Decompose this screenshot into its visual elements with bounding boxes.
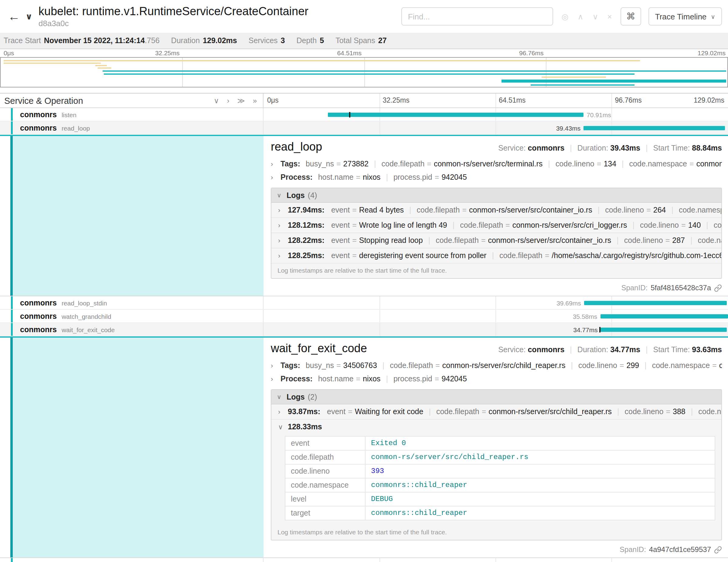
span-duration-label: 35.58ms xyxy=(573,312,597,320)
kv-key: code.filepath xyxy=(382,160,425,168)
minimap-span-line xyxy=(541,77,606,78)
span-timeline-cell[interactable]: 303μs xyxy=(264,558,728,562)
kv-key: code.filepath xyxy=(499,251,543,260)
kv-pair: code.filepath=conmon-rs/server/src/child… xyxy=(436,407,612,416)
kv-pair: code.filepath=conmon-rs/server/src/cri_l… xyxy=(460,221,627,230)
clear-search-icon[interactable]: × xyxy=(607,12,612,21)
service-color-indicator xyxy=(11,121,13,134)
log-field-key: code.lineno xyxy=(285,464,365,478)
kv-key: process.pid xyxy=(393,375,432,383)
collapse-trace-icon[interactable]: ∨ xyxy=(26,12,32,21)
service-name: conmonrs xyxy=(20,124,57,132)
span-timeline-cell[interactable]: 34.77ms xyxy=(264,323,728,336)
span-row[interactable]: conmonrswait_for_exit_code34.77ms xyxy=(0,323,728,336)
span-duration-bar[interactable] xyxy=(600,314,728,318)
span-timeline-cell[interactable]: 39.69ms xyxy=(264,296,728,309)
span-name-cell[interactable]: conmonrslisten xyxy=(0,108,264,121)
tags-row[interactable]: ›Tags:busy_ns=34506763|code.filepath=con… xyxy=(271,359,722,372)
back-button[interactable]: ← xyxy=(5,9,23,23)
kv-key: process.pid xyxy=(393,173,432,182)
summary-label: Depth xyxy=(297,36,317,45)
span-service-label: Service: xyxy=(498,346,528,354)
minimap-tick-label: 129.02ms xyxy=(698,49,726,56)
tags-label: Tags: xyxy=(281,361,300,370)
kv-value: conmon-rs/server/src/child_reaper.rs xyxy=(442,361,566,370)
span-service-value: conmonrs xyxy=(528,346,564,354)
kv-pair: event=Read 4 bytes xyxy=(331,206,404,214)
logs-header[interactable]: ∨Logs(4) xyxy=(271,188,721,203)
span-row[interactable]: conmonrsread_loop_stdin39.69ms xyxy=(0,296,728,310)
span-row[interactable]: conmonrswatch_grandchild35.58ms xyxy=(0,310,728,323)
kv-separator: | xyxy=(428,236,430,245)
log-entry-expanded[interactable]: ∨128.33ms xyxy=(271,420,721,435)
process-row[interactable]: ›Process:host.name=nixos|process.pid=942… xyxy=(271,171,722,184)
focus-result-icon[interactable]: ◎ xyxy=(562,12,569,21)
log-timestamp: 128.12ms: xyxy=(288,221,325,230)
log-entry[interactable]: ›93.87ms:event=Waiting for exit code|cod… xyxy=(271,404,721,420)
span-name-cell[interactable]: conmonrswatch_grandchild xyxy=(0,310,264,322)
kv-value: Stopping read loop xyxy=(359,236,423,245)
span-name-cell[interactable]: conmonrsread_loop_stdin xyxy=(0,296,264,309)
span-name-cell[interactable]: conmonrsread_loop xyxy=(0,121,264,134)
span-name-cell[interactable]: conmonrswrite_exit_path xyxy=(0,558,264,562)
chevron-right-icon: › xyxy=(271,157,276,171)
span-duration-label: Duration: xyxy=(577,144,610,152)
span-id-label: SpanID: xyxy=(620,545,646,554)
span-id-label: SpanID: xyxy=(621,284,648,292)
span-duration-bar[interactable] xyxy=(583,126,725,130)
span-name-cell[interactable]: conmonrswait_for_exit_code xyxy=(0,323,264,336)
minimap-canvas[interactable] xyxy=(0,57,728,87)
chevron-right-icon: › xyxy=(278,203,284,218)
minimap-span-line xyxy=(95,65,107,66)
span-operation-title: wait_for_exit_code xyxy=(271,342,367,355)
next-result-icon[interactable]: ∨ xyxy=(593,12,598,21)
kv-separator: | xyxy=(645,361,647,370)
kv-key: event xyxy=(331,236,350,245)
span-duration-value: 34.77ms xyxy=(610,346,640,354)
timeline-tick-label: 96.76ms xyxy=(615,97,642,104)
kv-pair: host.name=nixos xyxy=(318,375,381,383)
span-row[interactable]: conmonrslisten70.91ms xyxy=(0,108,728,121)
span-duration-bar[interactable] xyxy=(328,112,584,117)
minimap-span-line xyxy=(104,73,634,75)
span-service-value: conmonrs xyxy=(528,144,564,152)
expand-one-icon[interactable]: ∨ xyxy=(214,96,219,105)
span-timeline-cell[interactable]: 39.43ms xyxy=(264,121,728,134)
timeline-header: Service & Operation ∨›≫» 0μs32.25ms64.51… xyxy=(0,93,728,108)
log-entry[interactable]: ›128.12ms:event=Wrote log line of length… xyxy=(271,218,721,233)
collapse-one-icon[interactable]: › xyxy=(227,96,230,105)
jaeger-trace-view: ← ∨ kubelet: runtime.v1.RuntimeService/C… xyxy=(0,0,728,562)
kv-key: code.namespace xyxy=(698,236,721,245)
log-entry[interactable]: ›128.22ms:event=Stopping read loop|code.… xyxy=(271,233,721,248)
span-row[interactable]: conmonrsread_loop39.43ms xyxy=(0,121,728,135)
find-input[interactable] xyxy=(401,7,553,26)
kv-pair: busy_ns=34506763 xyxy=(306,361,377,370)
log-field-row: levelDEBUG xyxy=(285,492,715,506)
tags-row[interactable]: ›Tags:busy_ns=273882|code.filepath=conmo… xyxy=(271,157,722,171)
log-field-key: event xyxy=(285,436,365,450)
timeline-expand-controls: ∨›≫» xyxy=(214,96,257,105)
prev-result-icon[interactable]: ∧ xyxy=(578,12,583,21)
kv-value: Waiting for exit code xyxy=(355,407,424,416)
span-timeline-cell[interactable]: 70.91ms xyxy=(264,108,728,121)
collapse-all-icon[interactable]: » xyxy=(253,96,257,105)
span-row[interactable]: conmonrswrite_exit_path303μs xyxy=(0,558,728,562)
span-service: Service: conmonrs xyxy=(498,346,564,354)
log-entry[interactable]: ›128.25ms:event=deregistering event sour… xyxy=(271,248,721,264)
deep-link-icon[interactable] xyxy=(714,546,722,553)
minimap-tick-label: 32.25ms xyxy=(155,49,180,56)
span-duration-bar[interactable] xyxy=(584,301,727,305)
kv-key: event xyxy=(331,251,350,260)
process-row[interactable]: ›Process:host.name=nixos|process.pid=942… xyxy=(271,372,722,386)
kv-key: code.namespace xyxy=(714,221,721,230)
deep-link-icon[interactable] xyxy=(714,284,722,292)
logs-header[interactable]: ∨Logs(2) xyxy=(271,390,721,404)
span-duration-bar[interactable] xyxy=(601,327,727,332)
minimap-gridline xyxy=(364,58,365,87)
trace-view-selector[interactable]: Trace Timeline ∨ xyxy=(648,7,722,26)
span-timeline-cell[interactable]: 35.58ms xyxy=(264,310,728,322)
expand-all-icon[interactable]: ≫ xyxy=(237,96,245,105)
keyboard-shortcuts-button[interactable]: ⌘ xyxy=(621,7,641,26)
chevron-down-icon: ∨ xyxy=(277,192,282,199)
log-entry[interactable]: ›127.94ms:event=Read 4 bytes|code.filepa… xyxy=(271,203,721,218)
